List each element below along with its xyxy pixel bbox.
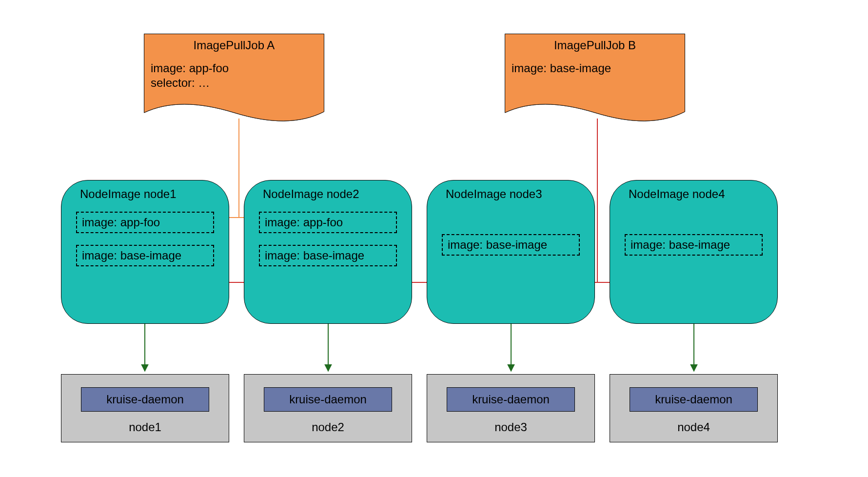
job-a-title: ImagePullJob A	[151, 39, 317, 52]
nodeimage-1-title: NodeImage node1	[80, 187, 219, 201]
nodeimage-2-baseimage: image: base-image	[259, 245, 397, 266]
kruise-daemon-3: kruise-daemon	[447, 387, 575, 412]
node-label-2: node2	[244, 420, 412, 434]
nodeimage-1-baseimage: image: base-image	[76, 245, 214, 266]
nodeimage-2-title: NodeImage node2	[263, 187, 402, 201]
node-box-1: kruise-daemon node1	[61, 374, 229, 442]
node-box-2: kruise-daemon node2	[244, 374, 412, 442]
kruise-daemon-1: kruise-daemon	[81, 387, 209, 412]
nodeimage-3-title: NodeImage node3	[446, 187, 585, 201]
kruise-daemon-2: kruise-daemon	[264, 387, 392, 412]
nodeimage-4-baseimage: image: base-image	[625, 234, 763, 256]
nodeimage-2-appfoo: image: app-foo	[259, 212, 397, 233]
imagepulljob-a: ImagePullJob A image: app-foo selector: …	[144, 34, 324, 121]
node-label-1: node1	[61, 420, 229, 434]
node-box-3: kruise-daemon node3	[427, 374, 595, 442]
nodeimage-3-baseimage: image: base-image	[442, 234, 580, 256]
diagram-canvas: ImagePullJob A image: app-foo selector: …	[61, 34, 807, 443]
job-b-title: ImagePullJob B	[512, 39, 678, 52]
node-label-4: node4	[610, 420, 777, 434]
nodeimage-node1: NodeImage node1 image: app-foo image: ba…	[61, 180, 229, 324]
node-box-4: kruise-daemon node4	[610, 374, 778, 442]
job-b-image: image: base-image	[512, 61, 678, 76]
nodeimage-node4: NodeImage node4 image: base-image	[610, 180, 778, 324]
job-a-selector: selector: …	[151, 76, 317, 90]
imagepulljob-b: ImagePullJob B image: base-image	[505, 34, 685, 121]
kruise-daemon-4: kruise-daemon	[630, 387, 758, 412]
nodeimage-1-appfoo: image: app-foo	[76, 212, 214, 233]
job-a-image: image: app-foo	[151, 61, 317, 76]
nodeimage-node3: NodeImage node3 image: base-image	[427, 180, 595, 324]
nodeimage-node2: NodeImage node2 image: app-foo image: ba…	[244, 180, 412, 324]
node-label-3: node3	[427, 420, 594, 434]
nodeimage-4-title: NodeImage node4	[629, 187, 768, 201]
